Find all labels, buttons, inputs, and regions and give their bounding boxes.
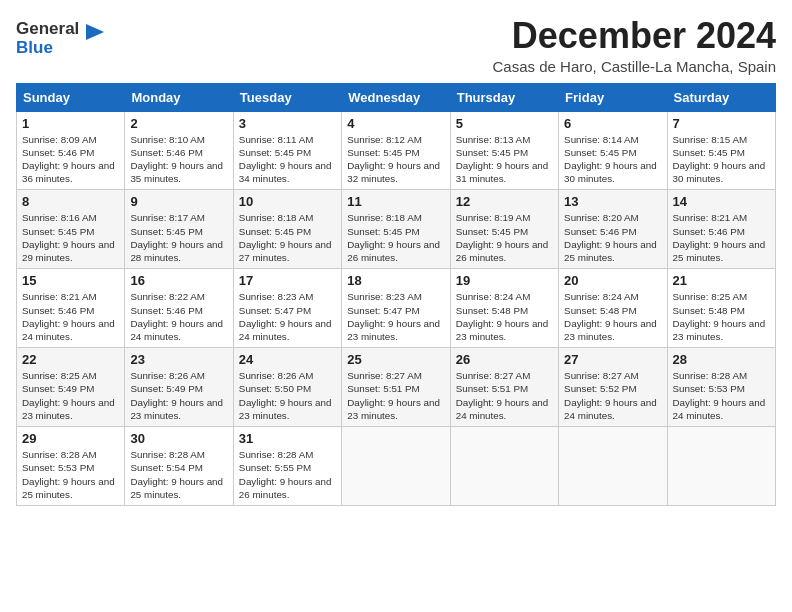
day-cell-29: 29Sunrise: 8:28 AM Sunset: 5:53 PM Dayli… <box>17 427 125 506</box>
day-number: 24 <box>239 352 336 367</box>
header: General Blue December 2024 Casas de Haro… <box>16 16 776 75</box>
day-number: 15 <box>22 273 119 288</box>
day-number: 18 <box>347 273 444 288</box>
day-cell-14: 14Sunrise: 8:21 AM Sunset: 5:46 PM Dayli… <box>667 190 775 269</box>
day-number: 6 <box>564 116 661 131</box>
day-number: 31 <box>239 431 336 446</box>
empty-cell <box>667 427 775 506</box>
day-info: Sunrise: 8:26 AM Sunset: 5:49 PM Dayligh… <box>130 369 227 422</box>
day-number: 8 <box>22 194 119 209</box>
week-row-5: 29Sunrise: 8:28 AM Sunset: 5:53 PM Dayli… <box>17 427 776 506</box>
day-number: 16 <box>130 273 227 288</box>
day-number: 11 <box>347 194 444 209</box>
day-info: Sunrise: 8:09 AM Sunset: 5:46 PM Dayligh… <box>22 133 119 186</box>
day-number: 1 <box>22 116 119 131</box>
empty-cell <box>559 427 667 506</box>
day-number: 5 <box>456 116 553 131</box>
day-info: Sunrise: 8:28 AM Sunset: 5:55 PM Dayligh… <box>239 448 336 501</box>
day-info: Sunrise: 8:25 AM Sunset: 5:49 PM Dayligh… <box>22 369 119 422</box>
day-cell-24: 24Sunrise: 8:26 AM Sunset: 5:50 PM Dayli… <box>233 348 341 427</box>
day-cell-4: 4Sunrise: 8:12 AM Sunset: 5:45 PM Daylig… <box>342 111 450 190</box>
day-info: Sunrise: 8:16 AM Sunset: 5:45 PM Dayligh… <box>22 211 119 264</box>
svg-marker-0 <box>86 24 104 40</box>
header-row: SundayMondayTuesdayWednesdayThursdayFrid… <box>17 83 776 111</box>
day-number: 17 <box>239 273 336 288</box>
day-info: Sunrise: 8:14 AM Sunset: 5:45 PM Dayligh… <box>564 133 661 186</box>
day-cell-16: 16Sunrise: 8:22 AM Sunset: 5:46 PM Dayli… <box>125 269 233 348</box>
day-cell-27: 27Sunrise: 8:27 AM Sunset: 5:52 PM Dayli… <box>559 348 667 427</box>
calendar-title: December 2024 <box>493 16 776 56</box>
day-cell-7: 7Sunrise: 8:15 AM Sunset: 5:45 PM Daylig… <box>667 111 775 190</box>
day-info: Sunrise: 8:19 AM Sunset: 5:45 PM Dayligh… <box>456 211 553 264</box>
day-cell-19: 19Sunrise: 8:24 AM Sunset: 5:48 PM Dayli… <box>450 269 558 348</box>
day-info: Sunrise: 8:25 AM Sunset: 5:48 PM Dayligh… <box>673 290 770 343</box>
day-cell-10: 10Sunrise: 8:18 AM Sunset: 5:45 PM Dayli… <box>233 190 341 269</box>
day-info: Sunrise: 8:22 AM Sunset: 5:46 PM Dayligh… <box>130 290 227 343</box>
day-number: 10 <box>239 194 336 209</box>
day-cell-18: 18Sunrise: 8:23 AM Sunset: 5:47 PM Dayli… <box>342 269 450 348</box>
logo-icon <box>82 20 108 50</box>
day-info: Sunrise: 8:20 AM Sunset: 5:46 PM Dayligh… <box>564 211 661 264</box>
day-number: 7 <box>673 116 770 131</box>
day-number: 19 <box>456 273 553 288</box>
header-cell-sunday: Sunday <box>17 83 125 111</box>
logo-blue: Blue <box>16 39 79 58</box>
day-info: Sunrise: 8:12 AM Sunset: 5:45 PM Dayligh… <box>347 133 444 186</box>
day-info: Sunrise: 8:11 AM Sunset: 5:45 PM Dayligh… <box>239 133 336 186</box>
week-row-2: 8Sunrise: 8:16 AM Sunset: 5:45 PM Daylig… <box>17 190 776 269</box>
day-cell-6: 6Sunrise: 8:14 AM Sunset: 5:45 PM Daylig… <box>559 111 667 190</box>
day-info: Sunrise: 8:21 AM Sunset: 5:46 PM Dayligh… <box>673 211 770 264</box>
week-row-1: 1Sunrise: 8:09 AM Sunset: 5:46 PM Daylig… <box>17 111 776 190</box>
day-number: 28 <box>673 352 770 367</box>
day-number: 21 <box>673 273 770 288</box>
day-info: Sunrise: 8:27 AM Sunset: 5:51 PM Dayligh… <box>347 369 444 422</box>
day-cell-21: 21Sunrise: 8:25 AM Sunset: 5:48 PM Dayli… <box>667 269 775 348</box>
day-info: Sunrise: 8:10 AM Sunset: 5:46 PM Dayligh… <box>130 133 227 186</box>
day-number: 3 <box>239 116 336 131</box>
day-number: 13 <box>564 194 661 209</box>
day-cell-28: 28Sunrise: 8:28 AM Sunset: 5:53 PM Dayli… <box>667 348 775 427</box>
day-cell-2: 2Sunrise: 8:10 AM Sunset: 5:46 PM Daylig… <box>125 111 233 190</box>
header-cell-monday: Monday <box>125 83 233 111</box>
day-number: 30 <box>130 431 227 446</box>
day-number: 23 <box>130 352 227 367</box>
day-info: Sunrise: 8:15 AM Sunset: 5:45 PM Dayligh… <box>673 133 770 186</box>
day-number: 27 <box>564 352 661 367</box>
day-cell-5: 5Sunrise: 8:13 AM Sunset: 5:45 PM Daylig… <box>450 111 558 190</box>
day-info: Sunrise: 8:28 AM Sunset: 5:53 PM Dayligh… <box>22 448 119 501</box>
day-number: 25 <box>347 352 444 367</box>
day-cell-20: 20Sunrise: 8:24 AM Sunset: 5:48 PM Dayli… <box>559 269 667 348</box>
day-cell-31: 31Sunrise: 8:28 AM Sunset: 5:55 PM Dayli… <box>233 427 341 506</box>
day-cell-8: 8Sunrise: 8:16 AM Sunset: 5:45 PM Daylig… <box>17 190 125 269</box>
day-info: Sunrise: 8:17 AM Sunset: 5:45 PM Dayligh… <box>130 211 227 264</box>
day-info: Sunrise: 8:24 AM Sunset: 5:48 PM Dayligh… <box>456 290 553 343</box>
logo-general: General <box>16 20 79 39</box>
day-cell-26: 26Sunrise: 8:27 AM Sunset: 5:51 PM Dayli… <box>450 348 558 427</box>
day-info: Sunrise: 8:24 AM Sunset: 5:48 PM Dayligh… <box>564 290 661 343</box>
day-cell-17: 17Sunrise: 8:23 AM Sunset: 5:47 PM Dayli… <box>233 269 341 348</box>
calendar-table: SundayMondayTuesdayWednesdayThursdayFrid… <box>16 83 776 506</box>
day-cell-22: 22Sunrise: 8:25 AM Sunset: 5:49 PM Dayli… <box>17 348 125 427</box>
day-number: 2 <box>130 116 227 131</box>
day-info: Sunrise: 8:23 AM Sunset: 5:47 PM Dayligh… <box>347 290 444 343</box>
day-number: 4 <box>347 116 444 131</box>
day-number: 22 <box>22 352 119 367</box>
header-cell-friday: Friday <box>559 83 667 111</box>
empty-cell <box>342 427 450 506</box>
header-cell-saturday: Saturday <box>667 83 775 111</box>
day-info: Sunrise: 8:28 AM Sunset: 5:53 PM Dayligh… <box>673 369 770 422</box>
day-cell-15: 15Sunrise: 8:21 AM Sunset: 5:46 PM Dayli… <box>17 269 125 348</box>
day-number: 20 <box>564 273 661 288</box>
day-cell-11: 11Sunrise: 8:18 AM Sunset: 5:45 PM Dayli… <box>342 190 450 269</box>
day-cell-1: 1Sunrise: 8:09 AM Sunset: 5:46 PM Daylig… <box>17 111 125 190</box>
day-cell-9: 9Sunrise: 8:17 AM Sunset: 5:45 PM Daylig… <box>125 190 233 269</box>
logo: General Blue <box>16 20 108 57</box>
empty-cell <box>450 427 558 506</box>
day-cell-3: 3Sunrise: 8:11 AM Sunset: 5:45 PM Daylig… <box>233 111 341 190</box>
header-cell-thursday: Thursday <box>450 83 558 111</box>
calendar-subtitle: Casas de Haro, Castille-La Mancha, Spain <box>493 58 776 75</box>
day-cell-12: 12Sunrise: 8:19 AM Sunset: 5:45 PM Dayli… <box>450 190 558 269</box>
day-number: 12 <box>456 194 553 209</box>
day-number: 26 <box>456 352 553 367</box>
day-info: Sunrise: 8:27 AM Sunset: 5:51 PM Dayligh… <box>456 369 553 422</box>
